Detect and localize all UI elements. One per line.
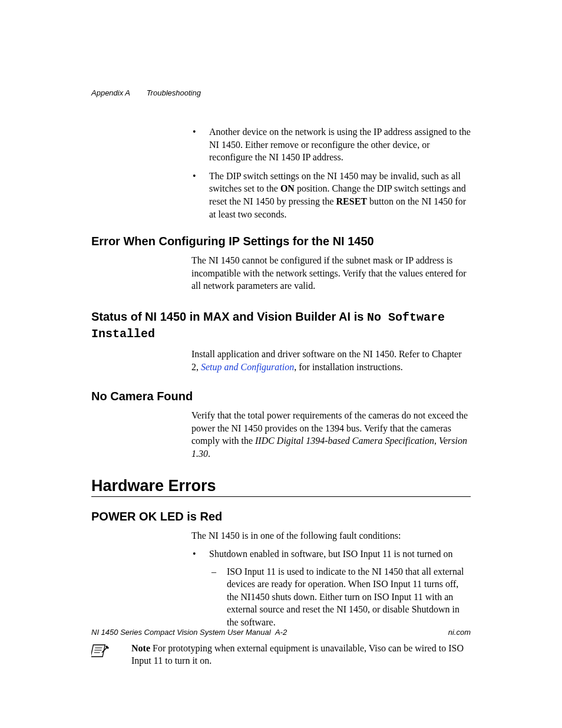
bold-text: ON xyxy=(280,183,295,193)
section-intro: The NI 1450 is in one of the following f… xyxy=(191,529,471,542)
section-heading-power-led: POWER OK LED is Red xyxy=(91,510,471,523)
body-part: . xyxy=(208,449,210,459)
intro-bullet-list: Another device on the network is using t… xyxy=(191,126,471,220)
bullet-text: Shutdown enabled in software, but ISO In… xyxy=(209,549,453,559)
section-heading-no-camera: No Camera Found xyxy=(91,390,471,403)
header-appendix: Appendix A xyxy=(91,88,130,97)
hardware-errors-heading: Hardware Errors xyxy=(91,477,471,495)
footer-right: ni.com xyxy=(448,628,471,637)
setup-config-link[interactable]: Setup and Configuration xyxy=(201,362,294,372)
sub-list-item: ISO Input 11 is used to indicate to the … xyxy=(209,565,471,629)
section-heading-no-software: Status of NI 1450 in MAX and Vision Buil… xyxy=(91,309,471,342)
body-part: , for installation instructions. xyxy=(294,362,402,372)
fault-bullet-list: Shutdown enabled in software, but ISO In… xyxy=(191,548,471,629)
note-label: Note xyxy=(131,643,150,653)
note-body: For prototyping when external equipment … xyxy=(131,643,464,666)
note-icon xyxy=(91,643,109,661)
svg-rect-0 xyxy=(91,645,105,657)
section-body: Verify that the total power requirements… xyxy=(191,409,471,460)
list-item: Shutdown enabled in software, but ISO In… xyxy=(191,548,471,629)
section-body: The NI 1450 cannot be configured if the … xyxy=(191,254,471,292)
section-heading-ip-error: Error When Configuring IP Settings for t… xyxy=(91,235,471,248)
list-item: The DIP switch settings on the NI 1450 m… xyxy=(191,170,471,220)
heading-part: Status of NI 1450 in MAX and Vision Buil… xyxy=(91,310,367,323)
header-title: Troubleshooting xyxy=(147,88,201,97)
page-header: Appendix A Troubleshooting xyxy=(91,88,471,97)
sub-bullet-text: ISO Input 11 is used to indicate to the … xyxy=(227,566,464,627)
bold-text: RESET xyxy=(336,196,367,206)
list-item: Another device on the network is using t… xyxy=(191,126,471,164)
bullet-text: Another device on the network is using t… xyxy=(209,127,471,162)
sub-bullet-list: ISO Input 11 is used to indicate to the … xyxy=(209,565,471,629)
page-footer: NI 1450 Series Compact Vision System Use… xyxy=(91,628,471,637)
footer-page-number: A-2 xyxy=(275,628,287,637)
section-body: Install application and driver software … xyxy=(191,348,471,373)
note-block: Note For prototyping when external equip… xyxy=(91,642,471,667)
heading-rule xyxy=(91,496,471,497)
note-text: Note For prototyping when external equip… xyxy=(131,642,471,667)
footer-left: NI 1450 Series Compact Vision System Use… xyxy=(91,628,271,637)
